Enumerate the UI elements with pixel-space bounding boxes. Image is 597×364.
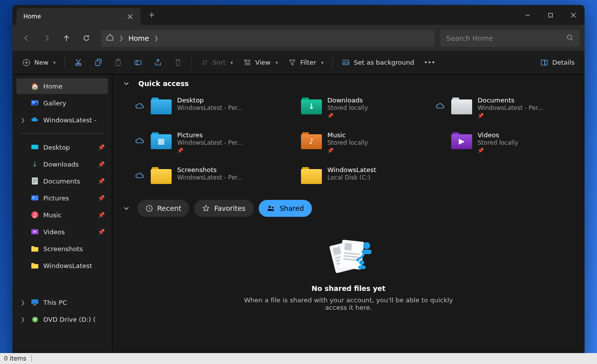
desktop-icon (30, 143, 39, 152)
sidebar-item-thispc[interactable]: ❯This PC (16, 294, 108, 310)
downloads-icon: ↓ (30, 160, 39, 169)
chevron-down-icon: ▾ (321, 60, 324, 65)
chevron-right-icon[interactable]: ❯ (19, 317, 26, 322)
chevron-right-icon[interactable]: ❯ (154, 35, 159, 41)
view-button[interactable]: View▾ (239, 54, 283, 71)
sidebar-item-screenshots[interactable]: Screenshots (16, 241, 108, 257)
title-bar: Home (12, 5, 585, 25)
pin-icon: 📌 (98, 144, 105, 151)
svg-rect-6 (116, 60, 121, 66)
quick-access-item[interactable]: WindowsLatestLocal Disk (C:) (286, 166, 430, 195)
quick-access-grid: DesktopWindowsLatest - Per...↓DownloadsS… (135, 96, 577, 195)
item-name: Videos (478, 131, 518, 139)
svg-rect-31 (339, 240, 364, 270)
maximize-button[interactable] (539, 5, 562, 25)
folder-icon (451, 96, 473, 115)
minimize-button[interactable] (516, 5, 539, 25)
pin-icon: 📌 (478, 113, 543, 118)
more-button[interactable]: ••• (420, 54, 439, 71)
svg-point-25 (34, 319, 36, 320)
sidebar-item-videos[interactable]: Videos📌 (16, 224, 108, 240)
quick-access-item[interactable]: DocumentsWindowsLatest - Per...📌 (436, 96, 580, 125)
item-location: WindowsLatest - Per... (177, 104, 243, 111)
pin-icon: 📌 (327, 148, 368, 153)
item-name: Documents (478, 96, 543, 104)
svg-rect-29 (329, 241, 357, 273)
search-input[interactable]: Search Home (440, 30, 580, 47)
quick-access-item[interactable]: ▦PicturesWindowsLatest - Per...📌 (135, 131, 280, 160)
svg-point-4 (79, 64, 81, 66)
collapse-quickaccess-button[interactable] (120, 78, 132, 90)
svg-point-3 (76, 64, 78, 66)
new-button[interactable]: New▾ (17, 54, 61, 71)
tab-close-button[interactable] (123, 9, 137, 23)
item-location: Stored locally (327, 104, 368, 111)
item-name: Desktop (177, 96, 243, 104)
pin-icon: 📌 (478, 148, 518, 153)
gallery-icon (30, 98, 39, 107)
quick-access-item[interactable]: ScreenshotsWindowsLatest - Per... (135, 166, 280, 195)
folder-icon (30, 261, 39, 270)
forward-button[interactable] (37, 29, 55, 47)
folder-icon (300, 166, 322, 185)
delete-button[interactable] (169, 54, 188, 71)
pill-recent[interactable]: Recent (137, 200, 189, 217)
rename-button[interactable] (129, 54, 148, 71)
back-button[interactable] (17, 29, 35, 47)
sidebar-item-downloads[interactable]: ↓Downloads📌 (16, 156, 108, 172)
sidebar-item-documents[interactable]: Documents📌 (16, 173, 108, 189)
new-tab-button[interactable] (144, 7, 160, 23)
chevron-right-icon[interactable]: ❯ (19, 117, 26, 123)
svg-point-19 (33, 197, 34, 198)
svg-rect-36 (358, 266, 366, 269)
svg-rect-23 (33, 304, 36, 305)
share-button[interactable] (149, 54, 168, 71)
empty-title: No shared files yet (311, 284, 385, 292)
copy-button[interactable] (89, 54, 108, 71)
sidebar-item-dvd[interactable]: ❯DVD Drive (D:) ( (16, 311, 108, 327)
pill-favorites[interactable]: Favorites (194, 200, 253, 217)
sidebar-item-gallery[interactable]: Gallery (16, 95, 108, 111)
cut-button[interactable] (69, 54, 88, 71)
up-button[interactable] (57, 29, 75, 47)
chevron-right-icon[interactable]: ❯ (19, 300, 26, 305)
item-name: Pictures (177, 131, 243, 139)
breadcrumb-location[interactable]: Home (128, 34, 149, 42)
quick-access-item[interactable]: ♪MusicStored locally📌 (286, 131, 430, 160)
quick-access-item[interactable]: ↓DownloadsStored locally📌 (286, 96, 430, 125)
svg-point-15 (33, 102, 34, 103)
quick-access-item[interactable]: ▶VideosStored locally📌 (436, 131, 580, 160)
item-location: Stored locally (478, 139, 518, 146)
cloud-status-icon (286, 131, 296, 151)
paste-button[interactable] (109, 54, 128, 71)
command-bar: New▾ Sort▾ View▾ Filter▾ Set as backgrou… (12, 51, 585, 75)
sidebar-item-music[interactable]: Music📌 (16, 207, 108, 223)
filter-button[interactable]: Filter▾ (284, 54, 328, 71)
item-name: Screenshots (177, 166, 243, 174)
sidebar-item-windowslatest[interactable]: WindowsLatest (16, 258, 108, 273)
collapse-tabs-button[interactable] (120, 202, 132, 214)
svg-rect-34 (362, 250, 372, 254)
tab-title: Home (23, 13, 123, 20)
item-name: WindowsLatest (327, 166, 376, 174)
svg-rect-7 (117, 59, 119, 61)
sort-button[interactable]: Sort▾ (196, 54, 238, 71)
breadcrumb-bar[interactable]: ❯ Home ❯ (101, 30, 434, 47)
details-button[interactable]: Details (535, 54, 580, 71)
pill-shared[interactable]: Shared (259, 200, 312, 217)
sidebar-item-desktop[interactable]: Desktop📌 (16, 139, 108, 155)
sidebar-item-onedrive[interactable]: ❯WindowsLatest - (16, 112, 108, 128)
close-button[interactable] (562, 5, 585, 25)
svg-rect-5 (96, 61, 100, 66)
set-background-button[interactable]: Set as background (337, 54, 419, 71)
refresh-button[interactable] (77, 29, 95, 47)
cloud-status-icon (135, 166, 145, 186)
empty-state: No shared files yet When a file is share… (120, 231, 577, 311)
svg-point-11 (344, 61, 345, 62)
sidebar-item-home[interactable]: 🏠Home (16, 78, 108, 94)
tab-home[interactable]: Home (16, 8, 141, 25)
quick-access-item[interactable]: DesktopWindowsLatest - Per... (135, 96, 280, 125)
cloud-status-icon (135, 96, 145, 116)
sidebar-item-pictures[interactable]: Pictures📌 (16, 190, 108, 206)
svg-rect-14 (31, 100, 38, 105)
